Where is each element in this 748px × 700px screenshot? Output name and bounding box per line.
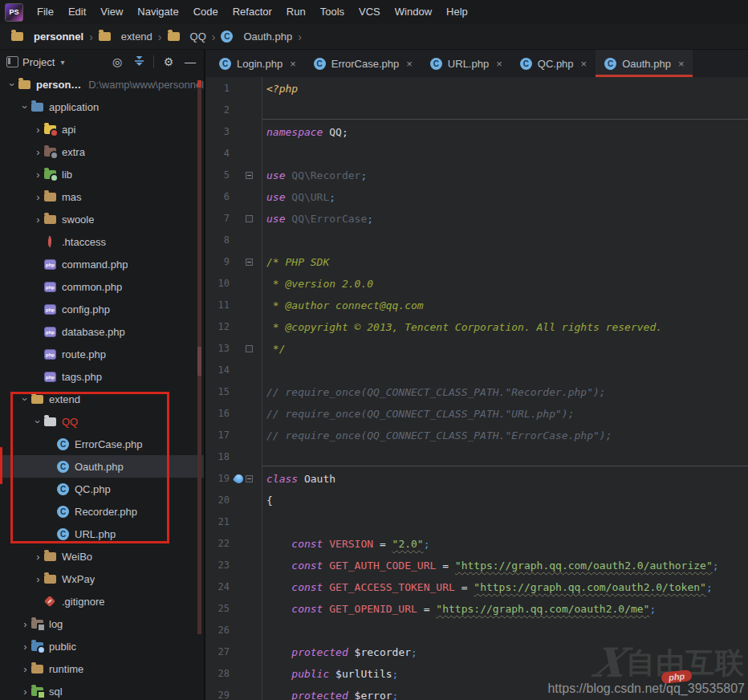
tree-item-personnel[interactable]: ›personnelD:\wamp\www\personnel bbox=[0, 73, 204, 96]
tree-item-htaccess[interactable]: .htaccess bbox=[0, 230, 204, 253]
tree-item-mas[interactable]: ›mas bbox=[0, 185, 204, 208]
menu-item-code[interactable]: Code bbox=[186, 0, 226, 24]
tab-label: Login.php bbox=[237, 58, 283, 70]
chevron-collapsed-icon[interactable]: › bbox=[32, 124, 44, 136]
close-icon[interactable]: × bbox=[678, 58, 685, 70]
chevron-down-icon[interactable]: ▾ bbox=[60, 58, 64, 67]
project-scrollbar-thumb[interactable] bbox=[197, 347, 201, 376]
tree-item-weibo[interactable]: ›WeiBo bbox=[0, 545, 204, 568]
tree-item-common-php[interactable]: phpcommon.php bbox=[0, 275, 204, 298]
tree-item-errorcase-php[interactable]: CErrorCase.php bbox=[0, 433, 204, 455]
tree-item-log[interactable]: ›log bbox=[0, 612, 204, 635]
folder-icon bbox=[168, 32, 180, 41]
line-number: 8 bbox=[205, 230, 230, 251]
tab-url-php[interactable]: CURL.php× bbox=[421, 50, 511, 77]
close-icon[interactable]: × bbox=[496, 58, 502, 70]
tree-item-extend[interactable]: ›extend bbox=[0, 388, 204, 410]
fold-collapse-icon[interactable]: − bbox=[246, 475, 253, 482]
menu-item-refactor[interactable]: Refactor bbox=[226, 0, 279, 24]
tab-qc-php[interactable]: CQC.php× bbox=[511, 50, 596, 77]
folder-badge-icon bbox=[37, 690, 46, 699]
project-panel-title[interactable]: Project bbox=[22, 56, 55, 68]
code-line-12: 12 * @copyright © 2013, Tencent Corporat… bbox=[205, 316, 748, 338]
chevron-collapsed-icon[interactable]: › bbox=[19, 686, 31, 698]
chevron-expanded-icon[interactable]: › bbox=[19, 101, 31, 113]
tab-errorcase-php[interactable]: CErrorCase.php× bbox=[305, 50, 421, 77]
chevron-expanded-icon[interactable]: › bbox=[19, 393, 31, 405]
fold-end-icon[interactable] bbox=[246, 345, 253, 352]
chevron-collapsed-icon[interactable]: › bbox=[32, 214, 44, 226]
breadcrumb-item-oauth-php[interactable]: COauth.php bbox=[221, 31, 292, 43]
chevron-collapsed-icon[interactable]: › bbox=[19, 618, 31, 630]
line-number: 7 bbox=[205, 208, 230, 230]
menu-item-help[interactable]: Help bbox=[439, 0, 475, 24]
breadcrumb-separator-icon: › bbox=[212, 31, 216, 43]
menu-item-tools[interactable]: Tools bbox=[313, 0, 352, 24]
tree-item-qc-php[interactable]: CQC.php bbox=[0, 478, 204, 500]
tree-item-url-php[interactable]: CURL.php bbox=[0, 523, 204, 545]
tree-item-command-php[interactable]: phpcommand.php bbox=[0, 253, 204, 275]
class-gutter-icon[interactable] bbox=[233, 473, 245, 485]
breadcrumb-item-qq[interactable]: QQ bbox=[168, 31, 206, 43]
tree-item-api[interactable]: ›api bbox=[0, 118, 204, 140]
menu-item-file[interactable]: File bbox=[30, 0, 61, 24]
fold-collapse-icon[interactable]: − bbox=[246, 258, 253, 266]
menu-item-window[interactable]: Window bbox=[388, 0, 439, 24]
chevron-collapsed-icon[interactable]: › bbox=[32, 169, 44, 181]
tree-item-gitignore[interactable]: .gitignore bbox=[0, 590, 204, 612]
tree-item-qq[interactable]: ›QQ bbox=[0, 410, 204, 433]
tree-item-application[interactable]: ›application bbox=[0, 96, 204, 118]
close-icon[interactable]: × bbox=[290, 58, 296, 70]
close-icon[interactable]: × bbox=[581, 58, 587, 70]
tab-oauth-php[interactable]: COauth.php× bbox=[596, 50, 693, 77]
token-sc: ; bbox=[649, 603, 656, 615]
chevron-expanded-icon[interactable]: › bbox=[32, 416, 44, 428]
hide-panel-icon[interactable]: — bbox=[181, 55, 199, 68]
tree-item-config-php[interactable]: phpconfig.php bbox=[0, 298, 204, 320]
tree-item-public[interactable]: ›public bbox=[0, 635, 204, 657]
collapse-all-icon[interactable] bbox=[130, 55, 148, 69]
tree-item-route-php[interactable]: phproute.php bbox=[0, 343, 204, 365]
chevron-collapsed-icon[interactable]: › bbox=[32, 551, 44, 563]
project-scrollbar[interactable] bbox=[197, 80, 201, 634]
token-un: QQ\Recorder bbox=[291, 169, 360, 181]
tree-item-recorder-php[interactable]: CRecorder.php bbox=[0, 500, 204, 523]
menu-item-vcs[interactable]: VCS bbox=[352, 0, 388, 24]
tree-item-sql[interactable]: ›sql bbox=[0, 680, 204, 700]
line-number: 24 bbox=[205, 576, 230, 598]
php-class-icon: C bbox=[57, 438, 69, 450]
breadcrumb-item-extend[interactable]: extend bbox=[99, 31, 152, 43]
project-tool-window: Project ▾ ◎ ⚙ — ›personnelD:\wamp\www\pe… bbox=[0, 50, 205, 700]
token-pl: { bbox=[266, 494, 273, 507]
gear-icon[interactable]: ⚙ bbox=[160, 55, 177, 68]
chevron-expanded-icon[interactable]: › bbox=[6, 79, 18, 91]
breadcrumb-item-personnel[interactable]: personnel bbox=[11, 31, 83, 43]
code-editor[interactable]: 1<?php23namespace QQ;45−use QQ\Recorder;… bbox=[205, 77, 748, 700]
menu-item-view[interactable]: View bbox=[93, 0, 130, 24]
token-pl bbox=[266, 646, 291, 658]
tree-item-database-php[interactable]: phpdatabase.php bbox=[0, 320, 204, 343]
tree-item-lib[interactable]: ›lib bbox=[0, 163, 204, 185]
chevron-collapsed-icon[interactable]: › bbox=[32, 146, 44, 158]
menu-item-run[interactable]: Run bbox=[279, 0, 313, 24]
menu-item-edit[interactable]: Edit bbox=[61, 0, 93, 24]
close-icon[interactable]: × bbox=[406, 58, 413, 70]
line-number: 9 bbox=[205, 251, 230, 273]
chevron-collapsed-icon[interactable]: › bbox=[19, 663, 31, 675]
fold-collapse-icon[interactable]: − bbox=[246, 172, 253, 179]
tree-item-wxpay[interactable]: ›WxPay bbox=[0, 568, 204, 590]
chevron-collapsed-icon[interactable]: › bbox=[32, 573, 44, 585]
tab-login-php[interactable]: CLogin.php× bbox=[210, 50, 305, 77]
chevron-collapsed-icon[interactable]: › bbox=[19, 641, 31, 653]
token-str: "https://graph.qq.com/oauth2.0/token" bbox=[474, 581, 706, 593]
menu-item-navigate[interactable]: Navigate bbox=[130, 0, 185, 24]
fold-end-icon[interactable] bbox=[246, 215, 253, 222]
tree-item-oauth-php[interactable]: COauth.php bbox=[0, 455, 204, 478]
locate-file-icon[interactable]: ◎ bbox=[108, 55, 126, 68]
tree-item-swoole[interactable]: ›swoole bbox=[0, 208, 204, 230]
chevron-collapsed-icon[interactable]: › bbox=[32, 191, 44, 203]
tree-item-extra[interactable]: ›extra bbox=[0, 140, 204, 163]
tree-item-runtime[interactable]: ›runtime bbox=[0, 657, 204, 680]
token-kw: use bbox=[266, 169, 285, 181]
tree-item-tags-php[interactable]: phptags.php bbox=[0, 365, 204, 388]
